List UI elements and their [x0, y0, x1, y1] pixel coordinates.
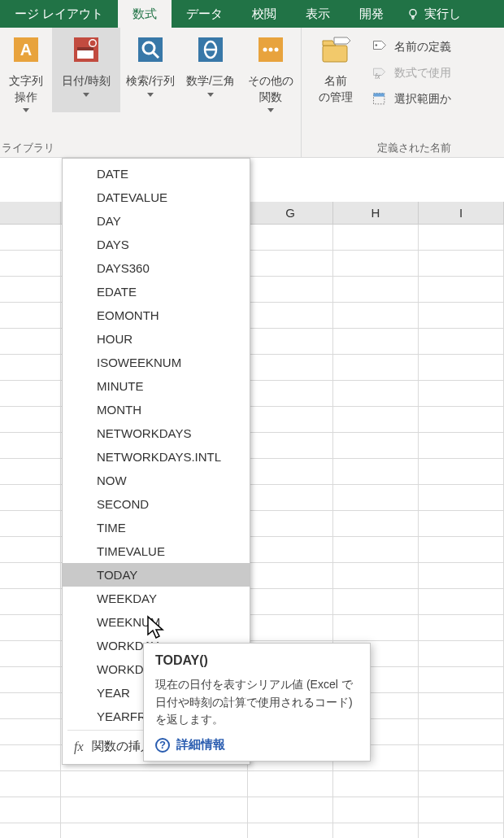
cell[interactable]	[0, 225, 61, 251]
cell[interactable]	[419, 459, 504, 485]
cell[interactable]	[0, 485, 61, 511]
cell[interactable]	[333, 615, 419, 641]
cell[interactable]	[0, 277, 61, 303]
tab-developer[interactable]: 開発	[345, 0, 398, 28]
cell[interactable]	[248, 329, 333, 355]
menu-item-day[interactable]: DAY	[63, 209, 250, 233]
cell[interactable]	[333, 251, 419, 277]
menu-item-weekday[interactable]: WEEKDAY	[63, 587, 250, 610]
menu-item-timevalue[interactable]: TIMEVALUE	[63, 539, 250, 563]
cell[interactable]	[248, 797, 333, 823]
cell[interactable]	[0, 329, 61, 355]
menu-item-time[interactable]: TIME	[63, 516, 250, 539]
cell[interactable]	[333, 771, 419, 797]
cell[interactable]	[419, 823, 504, 838]
menu-item-days[interactable]: DAYS	[63, 233, 250, 256]
menu-item-hour[interactable]: HOUR	[63, 327, 250, 351]
col-header-i[interactable]: I	[419, 202, 504, 224]
tooltip-more-link[interactable]: ? 詳細情報	[155, 737, 358, 753]
cell[interactable]	[0, 381, 61, 407]
menu-item-minute[interactable]: MINUTE	[63, 374, 250, 398]
cell[interactable]	[333, 277, 419, 303]
cell[interactable]	[333, 589, 419, 615]
cell[interactable]	[419, 797, 504, 823]
cell[interactable]	[248, 563, 333, 589]
menu-item-days360[interactable]: DAYS360	[63, 256, 250, 280]
tab-formulas[interactable]: 数式	[118, 0, 172, 28]
menu-item-isoweeknum[interactable]: ISOWEEKNUM	[63, 351, 250, 374]
cell[interactable]	[248, 615, 333, 641]
cell[interactable]	[248, 251, 333, 277]
cell[interactable]	[419, 667, 504, 693]
more-functions-button[interactable]: その他の 関数	[241, 28, 301, 112]
cell[interactable]	[0, 641, 61, 667]
cell[interactable]	[419, 589, 504, 615]
create-from-selection-button[interactable]: 選択範囲か	[370, 86, 453, 112]
tab-review[interactable]: 校閲	[237, 0, 291, 28]
menu-item-second[interactable]: SECOND	[63, 492, 250, 516]
cell[interactable]	[61, 771, 248, 797]
cell[interactable]	[333, 381, 419, 407]
cell[interactable]	[0, 615, 61, 641]
col-header-g[interactable]: G	[248, 202, 333, 224]
cell[interactable]	[248, 433, 333, 459]
cell[interactable]	[0, 745, 61, 771]
menu-item-month[interactable]: MONTH	[63, 398, 250, 421]
cell[interactable]	[0, 303, 61, 329]
cell[interactable]	[333, 459, 419, 485]
menu-item-edate[interactable]: EDATE	[63, 280, 250, 303]
tab-data[interactable]: データ	[172, 0, 237, 28]
cell[interactable]	[0, 511, 61, 537]
cell[interactable]	[419, 719, 504, 745]
cell[interactable]	[248, 823, 333, 838]
cell[interactable]	[0, 459, 61, 485]
cell[interactable]	[248, 537, 333, 563]
cell[interactable]	[419, 563, 504, 589]
cell[interactable]	[248, 485, 333, 511]
menu-item-networkdays[interactable]: NETWORKDAYS	[63, 421, 250, 445]
cell[interactable]	[419, 771, 504, 797]
cell[interactable]	[333, 485, 419, 511]
lookup-functions-button[interactable]: 検索/行列	[120, 28, 180, 112]
tab-layout[interactable]: ージ レイアウト	[0, 0, 118, 28]
menu-item-today[interactable]: TODAY	[63, 563, 250, 587]
cell[interactable]	[419, 693, 504, 719]
cell[interactable]	[0, 407, 61, 433]
cell[interactable]	[248, 589, 333, 615]
cell[interactable]	[419, 745, 504, 771]
define-name-button[interactable]: 名前の定義	[370, 34, 453, 60]
cell[interactable]	[61, 823, 248, 838]
datetime-functions-button[interactable]: 日付/時刻	[52, 28, 120, 112]
cell[interactable]	[0, 537, 61, 563]
cell[interactable]	[248, 381, 333, 407]
cell[interactable]	[419, 355, 504, 381]
cell[interactable]	[248, 277, 333, 303]
cell[interactable]	[419, 251, 504, 277]
tell-me[interactable]: 実行し	[398, 0, 469, 28]
cell[interactable]	[419, 485, 504, 511]
cell[interactable]	[419, 615, 504, 641]
cell[interactable]	[419, 433, 504, 459]
cell[interactable]	[0, 563, 61, 589]
name-manager-button[interactable]: 名前 の管理	[308, 28, 363, 105]
cell[interactable]	[0, 693, 61, 719]
cell[interactable]	[0, 251, 61, 277]
cell[interactable]	[248, 355, 333, 381]
cell[interactable]	[0, 355, 61, 381]
cell[interactable]	[333, 823, 419, 838]
cell[interactable]	[419, 303, 504, 329]
math-functions-button[interactable]: 数学/三角	[180, 28, 241, 112]
cell[interactable]	[419, 537, 504, 563]
cell[interactable]	[333, 407, 419, 433]
cell[interactable]	[333, 797, 419, 823]
cell[interactable]	[333, 537, 419, 563]
cell[interactable]	[419, 407, 504, 433]
cell[interactable]	[0, 771, 61, 797]
cell[interactable]	[333, 355, 419, 381]
cell[interactable]	[0, 823, 61, 838]
tab-view[interactable]: 表示	[291, 0, 345, 28]
cell[interactable]	[419, 277, 504, 303]
cell[interactable]	[248, 511, 333, 537]
cell[interactable]	[0, 667, 61, 693]
col-header[interactable]	[0, 202, 61, 224]
